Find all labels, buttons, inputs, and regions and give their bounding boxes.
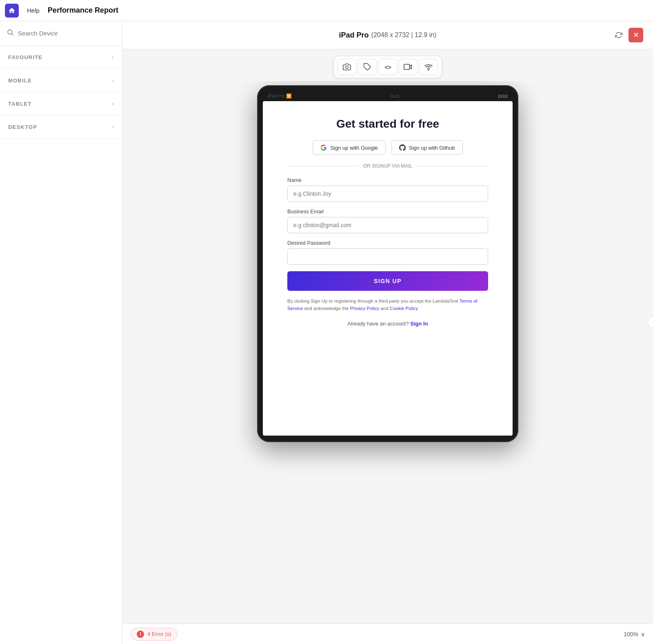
toolbar-area: <> [122,49,653,81]
ipad-status-left: iPad Pro 🛜 [268,93,292,99]
video-btn[interactable] [399,59,418,75]
device-name: iPad Pro [339,31,369,40]
signin-link[interactable]: Sign In [410,321,428,327]
error-badge[interactable]: ! 4 Error (s) [131,628,178,641]
divider-right [417,166,488,166]
main-layout: ‹ FAVOURITE › MOBILE › TABLET › DESKTOP … [0,21,653,644]
signin-row: Already have an account? Sign In [287,321,488,327]
device-area: iPad Pro 🛜 9:41 ▮▮▮▮ Get started for fre… [122,81,653,624]
camera-btn[interactable] [338,59,356,75]
sidebar-nav: FAVOURITE › MOBILE › TABLET › DESKTOP › [0,46,122,644]
code-btn[interactable]: <> [378,59,397,75]
sidebar-item-mobile[interactable]: MOBILE › [0,69,122,92]
social-buttons: Sign up with Google Sign up with Github [287,140,488,155]
svg-point-5 [428,69,429,70]
bottom-bar: ! 4 Error (s) 100% ∨ [122,624,653,644]
privacy-policy-link[interactable]: Privacy Policy [350,306,379,311]
search-input[interactable] [18,30,115,37]
chevron-right-icon: › [112,124,114,130]
sidebar: ‹ FAVOURITE › MOBILE › TABLET › DESKTOP … [0,21,122,644]
toolbar: <> [334,56,442,78]
signup-title: Get started for free [287,117,488,131]
google-btn-label: Sign up with Google [330,145,378,151]
email-input[interactable] [287,217,488,233]
chevron-right-icon: › [112,77,114,84]
device-info: iPad Pro (2048 x 2732 | 12.9 in) [339,31,437,40]
topbar: Help Performance Report [0,0,653,21]
name-input[interactable] [287,186,488,202]
help-link[interactable]: Help [27,7,40,14]
divider-text: OR SIGNUP VIA MAIL [363,163,412,169]
svg-rect-4 [404,64,410,70]
device-header: iPad Pro (2048 x 2732 | 12.9 in) ✕ [122,21,653,49]
tag-btn[interactable] [358,59,377,75]
refresh-btn[interactable] [611,28,626,42]
divider-row: OR SIGNUP VIA MAIL [287,163,488,169]
password-input[interactable] [287,248,488,265]
device-specs: (2048 x 2732 | 12.9 in) [371,31,437,39]
search-bar: ‹ [0,21,122,46]
email-group: Business Email [287,208,488,233]
sidebar-item-desktop[interactable]: DESKTOP › [0,115,122,139]
close-btn[interactable]: ✕ [629,28,643,42]
google-signup-btn[interactable]: Sign up with Google [313,140,385,155]
email-label: Business Email [287,208,488,215]
password-label: Desired Password [287,240,488,246]
cookie-policy-link[interactable]: Cookie Policy [390,306,418,311]
search-icon [7,29,14,38]
github-btn-label: Sign up with Github [409,145,455,151]
name-group: Name [287,177,488,202]
divider-left [287,166,358,166]
terms-text: By clicking Sign Up or registering throu… [287,297,488,312]
error-icon: ! [137,631,144,638]
ipad-frame: iPad Pro 🛜 9:41 ▮▮▮▮ Get started for fre… [257,85,518,442]
chevron-right-icon: › [112,54,114,60]
chevron-down-icon: ∨ [641,631,645,637]
right-panel: iPad Pro (2048 x 2732 | 12.9 in) ✕ [122,21,653,644]
github-signup-btn[interactable]: Sign up with Github [391,140,463,155]
name-label: Name [287,177,488,183]
password-group: Desired Password [287,240,488,265]
signup-button[interactable]: SIGN UP [287,271,488,291]
chevron-right-icon: › [112,100,114,107]
sidebar-item-tablet[interactable]: TABLET › [0,92,122,115]
svg-line-1 [11,33,13,35]
logo-icon[interactable] [5,4,19,18]
svg-point-0 [8,30,12,34]
ipad-status-time: 9:41 [391,94,399,99]
sidebar-item-favourite[interactable]: FAVOURITE › [0,46,122,69]
ipad-screen: Get started for free Sign up with Google [263,101,513,436]
page-title: Performance Report [48,6,118,15]
wifi-btn[interactable] [419,59,438,75]
error-text: 4 Error (s) [147,631,171,637]
svg-point-2 [346,66,349,69]
zoom-value: 100% [624,631,638,637]
ipad-status-bar: iPad Pro 🛜 9:41 ▮▮▮▮ [263,92,513,101]
zoom-control[interactable]: 100% ∨ [624,631,645,637]
ipad-status-right: ▮▮▮▮ [498,93,508,99]
